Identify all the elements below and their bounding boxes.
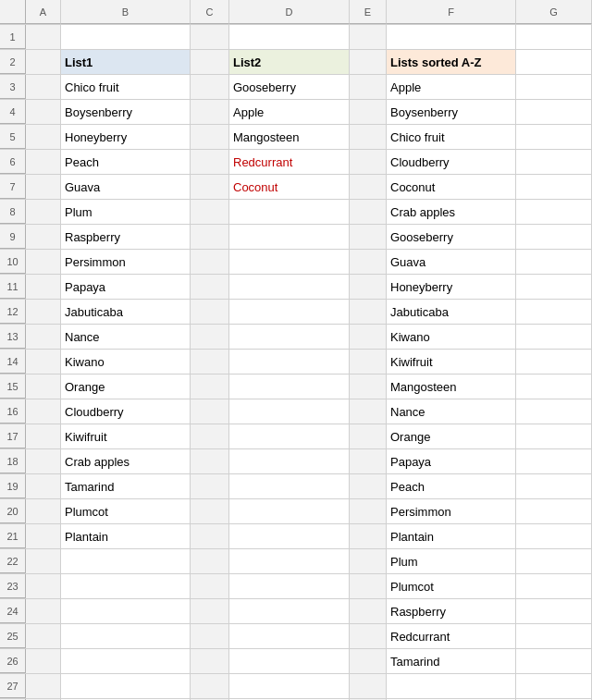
col-header-a: A <box>26 0 61 24</box>
row-22: 22 Plum <box>0 549 592 574</box>
col-header-f: F <box>387 0 516 24</box>
row-1: 1 <box>0 25 592 50</box>
col-header-d: D <box>229 0 350 24</box>
sorted-item-16: Papaya <box>387 449 516 473</box>
row-20: 20 Plumcot Persimmon <box>0 499 592 524</box>
corner-cell <box>0 0 26 24</box>
sorted-item-18: Persimmon <box>387 499 516 523</box>
row-15: 15 Orange Mangosteen <box>0 375 592 399</box>
list1-item-11: Nance <box>61 325 191 349</box>
row-11: 11 Papaya Honeyberry <box>0 275 592 300</box>
row-23: 23 Plumcot <box>0 574 592 599</box>
row-10: 10 Persimmon Guava <box>0 250 592 275</box>
row-13: 13 Nance Kiwano <box>0 325 592 350</box>
sorted-item-20: Plum <box>387 549 516 573</box>
row-num-1: 1 <box>0 25 26 49</box>
sorted-item-19: Plantain <box>387 524 516 548</box>
row-27: 27 <box>0 674 592 699</box>
row-8: 8 Plum Crab apples <box>0 200 592 225</box>
row-19: 19 Tamarind Peach <box>0 474 592 499</box>
sorted-item-7: Gooseberry <box>387 225 516 249</box>
sorted-item-21: Plumcot <box>387 574 516 598</box>
list1-header: List1 <box>61 50 191 74</box>
row-17: 17 Kiwifruit Orange <box>0 424 592 449</box>
sorted-item-12: Kiwifruit <box>387 350 516 374</box>
row-3: 3 Chico fruit Gooseberry Apple <box>0 75 592 100</box>
sorted-item-14: Nance <box>387 399 516 424</box>
sorted-item-22: Raspberry <box>387 599 516 623</box>
sorted-item-11: Kiwano <box>387 325 516 349</box>
list1-item-7: Raspberry <box>61 225 191 249</box>
row-5: 5 Honeyberry Mangosteen Chico fruit <box>0 125 592 150</box>
list1-item-18: Plumcot <box>61 499 191 523</box>
col-header-b: B <box>61 0 191 24</box>
row-num-2: 2 <box>0 50 26 74</box>
sorted-item-2: Boysenberry <box>387 100 516 124</box>
row-4: 4 Boysenberry Apple Boysenberry <box>0 100 592 125</box>
sorted-item-8: Guava <box>387 250 516 274</box>
spreadsheet: A B C D E F G 1 2 List1 List2 Lists sort… <box>0 0 592 700</box>
row-24: 24 Raspberry <box>0 599 592 624</box>
list1-item-14: Cloudberry <box>61 399 191 424</box>
row-25: 25 Redcurrant <box>0 624 592 649</box>
sorted-item-6: Crab apples <box>387 200 516 224</box>
sorted-item-17: Peach <box>387 474 516 498</box>
row-21: 21 Plantain Plantain <box>0 524 592 549</box>
row-26: 26 Tamarind <box>0 649 592 674</box>
row-2: 2 List1 List2 Lists sorted A-Z <box>0 50 592 75</box>
sorted-item-24: Tamarind <box>387 649 516 673</box>
col-header-g: G <box>516 0 592 24</box>
list2-item-3: Mangosteen <box>229 125 350 149</box>
sorted-item-1: Apple <box>387 75 516 99</box>
list2-item-2: Apple <box>229 100 350 124</box>
list2-item-5: Coconut <box>229 175 350 199</box>
sorted-item-9: Honeyberry <box>387 275 516 299</box>
row-16: 16 Cloudberry Nance <box>0 399 592 424</box>
list1-item-8: Persimmon <box>61 250 191 274</box>
row-7: 7 Guava Coconut Coconut <box>0 175 592 200</box>
list1-item-6: Plum <box>61 200 191 224</box>
list1-item-3: Honeyberry <box>61 125 191 149</box>
list2-item-1: Gooseberry <box>229 75 350 99</box>
row-18: 18 Crab apples Papaya <box>0 449 592 474</box>
sorted-item-15: Orange <box>387 424 516 448</box>
row-6: 6 Peach Redcurrant Cloudberry <box>0 150 592 175</box>
list2-item-4: Redcurrant <box>229 150 350 174</box>
list1-item-1: Chico fruit <box>61 75 191 99</box>
row-12: 12 Jabuticaba Jabuticaba <box>0 300 592 325</box>
column-header-row: A B C D E F G <box>0 0 592 25</box>
sorted-item-10: Jabuticaba <box>387 300 516 324</box>
list1-item-12: Kiwano <box>61 350 191 374</box>
sorted-item-3: Chico fruit <box>387 125 516 149</box>
list1-item-17: Tamarind <box>61 474 191 498</box>
row-9: 9 Raspberry Gooseberry <box>0 225 592 250</box>
list1-item-15: Kiwifruit <box>61 424 191 448</box>
sorted-item-4: Cloudberry <box>387 150 516 174</box>
row-14: 14 Kiwano Kiwifruit <box>0 350 592 375</box>
sorted-header: Lists sorted A-Z <box>387 50 516 74</box>
col-header-e: E <box>350 0 387 24</box>
list1-item-19: Plantain <box>61 524 191 548</box>
list1-item-2: Boysenberry <box>61 100 191 124</box>
list1-item-10: Jabuticaba <box>61 300 191 324</box>
list1-item-16: Crab apples <box>61 449 191 473</box>
list1-item-5: Guava <box>61 175 191 199</box>
sorted-item-23: Redcurrant <box>387 624 516 648</box>
sorted-item-13: Mangosteen <box>387 375 516 399</box>
list1-item-13: Orange <box>61 375 191 399</box>
sorted-item-5: Coconut <box>387 175 516 199</box>
list1-item-4: Peach <box>61 150 191 174</box>
list1-item-9: Papaya <box>61 275 191 299</box>
list2-header: List2 <box>229 50 350 74</box>
col-header-c: C <box>191 0 229 24</box>
